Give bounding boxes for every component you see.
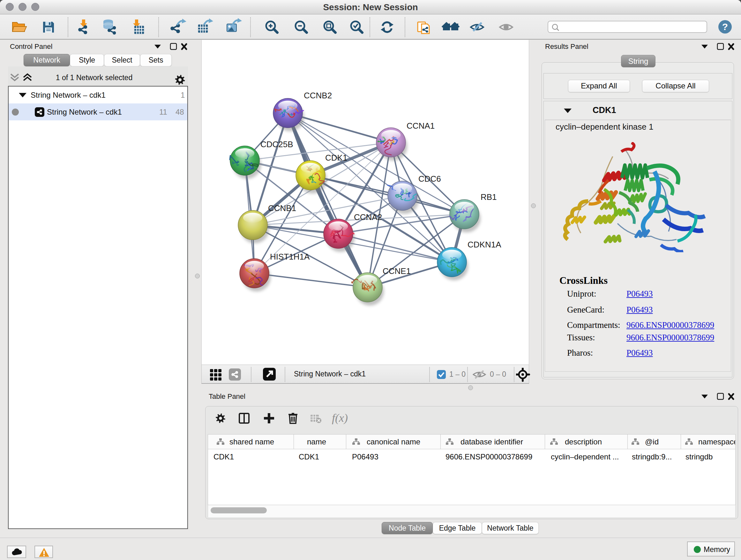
svg-text:CCNB1: CCNB1 [268, 203, 296, 213]
svg-text:CDKN1A: CDKN1A [468, 240, 501, 249]
svg-text:CCNA2: CCNA2 [354, 212, 382, 222]
svg-text:CDC25B: CDC25B [260, 139, 293, 149]
svg-text:CDC6: CDC6 [418, 174, 441, 184]
svg-text:CDK1: CDK1 [325, 153, 347, 163]
svg-text:HIST1H1A: HIST1H1A [270, 252, 310, 261]
svg-text:CCNE1: CCNE1 [383, 266, 411, 276]
svg-text:RB1: RB1 [481, 192, 497, 202]
svg-text:CCNA1: CCNA1 [407, 121, 434, 131]
svg-text:CCNB2: CCNB2 [304, 91, 332, 100]
